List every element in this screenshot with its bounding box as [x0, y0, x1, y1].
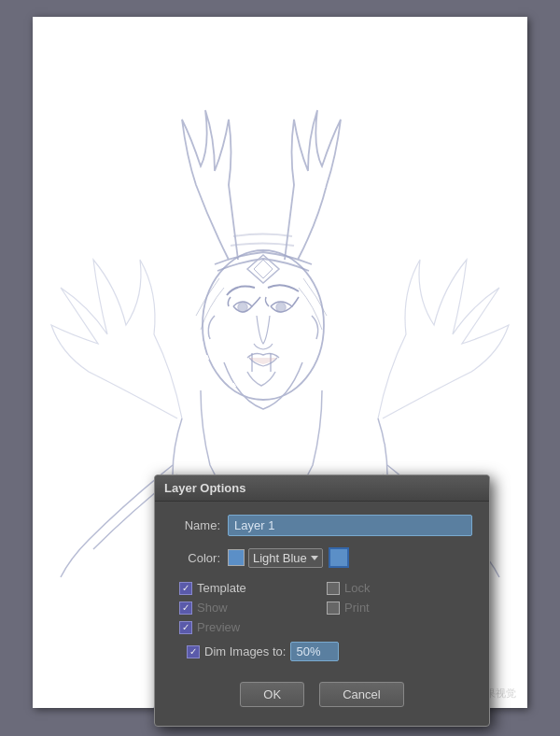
dialog-title: Layer Options: [164, 481, 245, 495]
lock-checkbox-item: Lock: [327, 581, 465, 595]
preview-checkbox-item: Preview: [179, 620, 317, 634]
name-row: Name:: [172, 515, 472, 536]
checkbox-grid: Template Lock Show: [179, 581, 465, 634]
layer-options-dialog: Layer Options Name: Color: Light Blue: [154, 474, 490, 727]
color-select-wrapper[interactable]: Light Blue: [248, 548, 323, 568]
color-row: Color: Light Blue: [172, 547, 472, 568]
checkboxes-area: Template Lock Show: [172, 581, 472, 661]
dim-images-input[interactable]: [290, 642, 339, 661]
print-label: Print: [344, 601, 370, 615]
color-preview-swatch[interactable]: [329, 547, 349, 568]
print-checkbox: [327, 602, 340, 615]
lock-label: Lock: [344, 581, 370, 595]
show-label: Show: [197, 601, 228, 615]
preview-checkbox: [179, 621, 192, 634]
color-label: Color:: [172, 551, 220, 565]
drawing-canvas: Layer Options Name: Color: Light Blue: [33, 17, 527, 708]
layer-name-input[interactable]: [228, 515, 472, 536]
dialog-body: Name: Color: Light Blue: [155, 502, 489, 713]
dim-images-row: Dim Images to:: [179, 642, 465, 661]
dialog-titlebar: Layer Options: [155, 475, 489, 502]
show-checkbox: [179, 602, 192, 615]
lock-checkbox: [327, 582, 340, 595]
name-label: Name:: [172, 518, 220, 532]
cancel-button[interactable]: Cancel: [319, 682, 403, 707]
color-icon-swatch: [228, 549, 245, 566]
dim-images-checkbox[interactable]: [187, 645, 200, 658]
dim-images-label: Dim Images to:: [204, 644, 286, 658]
template-checkbox[interactable]: [179, 582, 192, 595]
color-select-text: Light Blue: [253, 551, 307, 565]
svg-point-0: [203, 250, 324, 400]
show-checkbox-item: Show: [179, 601, 317, 615]
svg-point-2: [276, 303, 286, 312]
canvas-area: Layer Options Name: Color: Light Blue: [0, 0, 560, 736]
template-checkbox-item: Template: [179, 581, 317, 595]
svg-point-1: [238, 303, 247, 312]
dialog-buttons: OK Cancel: [172, 674, 472, 707]
dropdown-arrow-icon: [311, 556, 318, 560]
ok-button[interactable]: OK: [240, 682, 304, 707]
template-label: Template: [197, 581, 246, 595]
preview-label: Preview: [197, 620, 240, 634]
print-checkbox-item: Print: [327, 601, 465, 615]
